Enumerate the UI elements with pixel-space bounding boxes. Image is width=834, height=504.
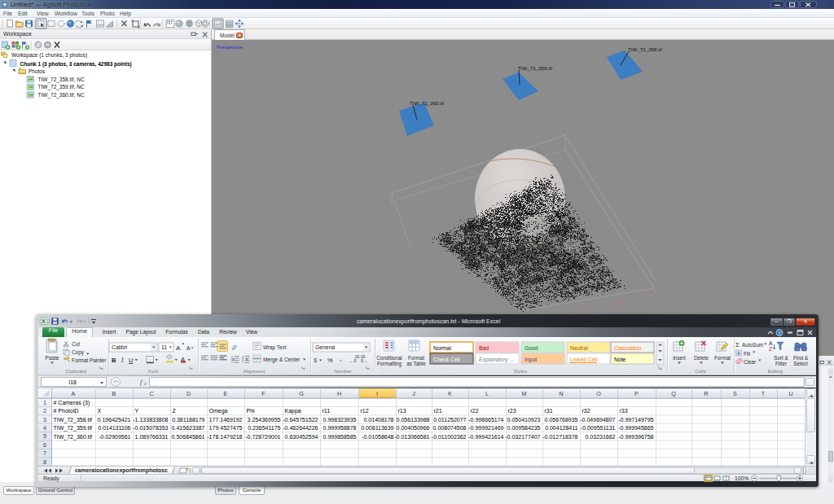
svg-text:-0.999945865: -0.999945865 <box>618 425 653 431</box>
svg-text:-1.133833808: -1.133833808 <box>133 417 168 423</box>
svg-text:-0.645751522: -0.645751522 <box>283 417 318 423</box>
svg-text:-0.049694807: -0.049694807 <box>580 417 615 423</box>
svg-text:Format Painter: Format Painter <box>72 357 107 363</box>
svg-text:Format: Format <box>714 355 731 361</box>
svg-text:r21: r21 <box>434 408 442 414</box>
svg-text:Select: Select <box>793 361 808 366</box>
svg-text:Chunk 1 (3 photos, 3 cameras,: Chunk 1 (3 photos, 3 cameras, 42983 poin… <box>20 61 132 68</box>
svg-text:x: x <box>143 381 147 386</box>
svg-text:D: D <box>187 390 191 397</box>
svg-text:0.01408178: 0.01408178 <box>364 417 394 423</box>
svg-text:Y: Y <box>135 408 139 414</box>
svg-text:0.415623387: 0.415623387 <box>172 425 205 431</box>
svg-text:0.014131106: 0.014131106 <box>98 425 130 431</box>
svg-text:0.998323935: 0.998323935 <box>323 417 357 423</box>
svg-text:$: $ <box>314 357 318 364</box>
svg-text:179.4527475: 179.4527475 <box>209 425 243 431</box>
svg-text:E: E <box>224 390 228 397</box>
svg-text:Omega: Omega <box>209 408 228 414</box>
svg-text:1.089766331: 1.089766331 <box>135 434 169 440</box>
svg-text:Check Cell: Check Cell <box>433 357 460 362</box>
svg-text:-0.999396758: -0.999396758 <box>618 434 653 440</box>
svg-text:H: H <box>337 390 341 397</box>
svg-text:,: , <box>340 354 341 362</box>
svg-text:Kappa: Kappa <box>285 408 301 414</box>
svg-text:K: K <box>448 390 452 397</box>
svg-text:U: U <box>129 357 133 364</box>
svg-text:B: B <box>112 390 116 397</box>
svg-text:f: f <box>140 379 143 386</box>
svg-text:Copy: Copy <box>72 349 85 356</box>
svg-text:-0.013066581: -0.013066581 <box>394 434 429 440</box>
svg-text:I: I <box>376 390 378 397</box>
svg-text:-0.998665174: -0.998665174 <box>468 417 503 423</box>
svg-text:J: J <box>412 390 415 397</box>
svg-text:A: A <box>176 344 181 352</box>
svg-text:0.004050966: 0.004050966 <box>397 425 430 431</box>
svg-text:Delete: Delete <box>694 355 709 361</box>
svg-text:Q: Q <box>671 390 676 397</box>
svg-text:Normal: Normal <box>433 345 451 351</box>
svg-text:Clear: Clear <box>744 359 756 365</box>
svg-text:.00: .00 <box>354 355 360 359</box>
svg-text:P: P <box>634 390 639 397</box>
svg-text:Cut: Cut <box>72 341 80 347</box>
svg-text:O: O <box>596 390 601 397</box>
svg-text:Input: Input <box>525 357 537 363</box>
svg-text:B: B <box>112 357 116 364</box>
svg-text:0.196425421: 0.196425421 <box>98 417 131 423</box>
svg-text:TIW_72_359.tif: TIW_72_359.tif <box>518 65 552 71</box>
svg-text:0.999958878: 0.999958878 <box>323 425 357 431</box>
svg-text:0.009584235: 0.009584235 <box>507 425 541 431</box>
svg-text:r12: r12 <box>361 408 369 414</box>
svg-text:-0.009551131: -0.009551131 <box>581 425 616 431</box>
svg-text:TIW_72_359.tif, NC: TIW_72_359.tif, NC <box>38 84 85 90</box>
svg-text:2: 2 <box>43 407 46 414</box>
svg-text:TIW_72_358.tif: TIW_72_358.tif <box>628 46 662 52</box>
svg-text:TIW_72_360.tif: TIW_72_360.tif <box>54 434 93 440</box>
svg-text:F: F <box>261 390 266 397</box>
svg-text:0.236541175: 0.236541175 <box>248 425 280 431</box>
svg-text:0.999858585: 0.999858585 <box>323 434 357 440</box>
svg-text:-0.01058648: -0.01058648 <box>362 434 393 440</box>
svg-text:M: M <box>522 390 527 397</box>
svg-text:S: S <box>733 390 737 397</box>
svg-text:-0.997149795: -0.997149795 <box>618 417 653 423</box>
svg-text:8: 8 <box>43 458 46 466</box>
svg-text:Explanatory ...: Explanatory ... <box>479 357 515 363</box>
svg-text:11: 11 <box>161 344 167 350</box>
svg-text:-0.015078353: -0.015078353 <box>133 425 168 431</box>
svg-text:TIW_72_360.tif, NC: TIW_72_360.tif, NC <box>38 92 85 99</box>
svg-text:Workspace (1 chunks, 3 photos): Workspace (1 chunks, 3 photos) <box>11 52 87 59</box>
svg-text:-0.02909561: -0.02909561 <box>99 434 130 440</box>
svg-text:177.1469192: 177.1469192 <box>209 417 243 423</box>
svg-text:Neutral: Neutral <box>570 345 588 351</box>
svg-text:%: % <box>327 357 333 364</box>
svg-text:Calibri: Calibri <box>112 344 128 350</box>
svg-text:Z: Z <box>173 408 177 414</box>
svg-text:TIW_72_359.tif: TIW_72_359.tif <box>54 425 93 432</box>
svg-text:AutoSum: AutoSum <box>742 342 763 348</box>
svg-text:Sort &: Sort & <box>774 355 788 361</box>
svg-text:-178.1479218: -178.1479218 <box>207 434 242 440</box>
svg-text:-0.462644226: -0.462644226 <box>283 425 318 431</box>
svg-text:TIW_72_360.tif: TIW_72_360.tif <box>410 100 444 106</box>
svg-text:Bad: Bad <box>479 345 489 351</box>
svg-text:I: I <box>121 357 124 364</box>
svg-text:Σ: Σ <box>735 341 740 348</box>
svg-text:r32: r32 <box>582 408 590 414</box>
svg-text:# Cameras (3): # Cameras (3) <box>54 400 90 406</box>
svg-text:Wrap Text: Wrap Text <box>263 344 287 351</box>
svg-text:Z: Z <box>769 346 772 352</box>
svg-text:General: General <box>315 344 336 350</box>
svg-text:r13: r13 <box>398 408 406 414</box>
svg-text:0.630452594: 0.630452594 <box>285 434 318 440</box>
svg-text:A: A <box>72 390 76 397</box>
svg-text:6: 6 <box>43 441 46 449</box>
svg-text:.00: .00 <box>360 355 366 359</box>
svg-text:Note: Note <box>614 357 626 362</box>
svg-text:7: 7 <box>43 449 46 457</box>
svg-text:U: U <box>788 390 792 397</box>
svg-text:-0.999421614: -0.999421614 <box>468 434 503 440</box>
svg-text:-0.999921469: -0.999921469 <box>468 425 503 431</box>
